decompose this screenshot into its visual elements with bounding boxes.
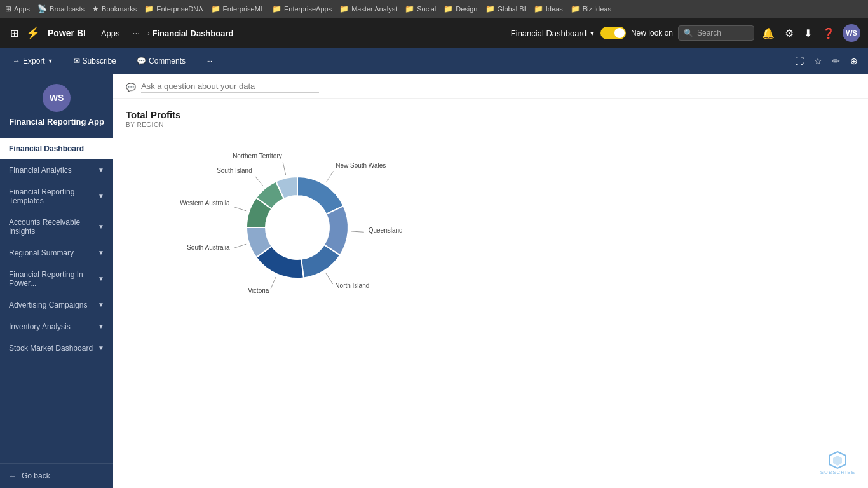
svg-text:South Island: South Island [217,167,252,174]
chart-area: Total Profits BY REGION [113,99,868,488]
go-back-button[interactable]: ← Go back [9,471,104,480]
apps-button[interactable]: Apps [96,26,125,41]
subscribe-icon: ✉ [74,57,80,65]
svg-line-2 [351,231,364,232]
bm-bookmarks[interactable]: ★ Bookmarks [92,4,137,13]
pbi-logo-icon: ⚡ [26,26,40,40]
qa-icon: 💬 [126,83,136,92]
bm-social[interactable]: 📁 Social [405,4,436,13]
svg-line-6 [271,277,276,288]
search-icon: 🔍 [684,29,693,37]
sidebar: WS Financial Reporting App Financial Das… [0,74,113,488]
sidebar-item-stock-market[interactable]: Stock Market Dashboard ▼ [0,337,113,359]
svg-line-8 [234,244,246,248]
bm-apps[interactable]: ⊞ Apps [5,4,30,13]
bm-globalbi[interactable]: 📁 Global BI [485,4,526,13]
toggle-knob [614,28,625,38]
bookmark-icon[interactable]: ☆ [811,53,825,69]
breadcrumb-separator: › [147,30,149,37]
svg-line-14 [283,162,285,175]
pbi-header: ⊞ ⚡ Power BI Apps ··· › Financial Dashbo… [0,18,868,48]
export-button[interactable]: ↔ Export ▼ [8,54,58,68]
more-apps-button[interactable]: ··· [130,28,143,38]
bm-enterprisedna[interactable]: 📁 EnterpriseDNA [144,4,203,13]
main-layout: WS Financial Reporting App Financial Das… [0,74,868,488]
download-icon[interactable]: ⬇ [801,25,815,42]
new-look-toggle[interactable] [600,27,626,39]
help-icon[interactable]: ❓ [820,25,837,42]
chevron-icon: ▼ [98,223,104,230]
svg-line-12 [255,176,263,186]
svg-text:Western Australia: Western Australia [180,200,230,207]
svg-text:Queensland: Queensland [369,227,403,234]
sidebar-item-accounts-receivable[interactable]: Accounts Receivable Insights ▼ [0,212,113,242]
sidebar-app-name: Financial Reporting App [9,117,104,128]
sidebar-item-inventory-analysis[interactable]: Inventory Analysis ▼ [0,316,113,337]
notifications-icon[interactable]: 🔔 [759,25,777,42]
header-icons: 🔔 ⚙ ⬇ ❓ WS [759,24,860,42]
toolbar-right-icons: ⛶ ☆ ✏ ⊕ [792,53,860,69]
svg-text:New South Wales: New South Wales [336,162,386,169]
svg-text:Northern Territory: Northern Territory [233,152,282,159]
chevron-icon: ▼ [98,166,104,173]
export-chevron-icon: ▼ [48,58,53,64]
search-box[interactable]: 🔍 [678,25,754,41]
comments-button[interactable]: 💬 Comments [132,54,191,68]
sidebar-item-regional-summary[interactable]: Regional Summary ▼ [0,242,113,264]
sidebar-item-financial-analytics[interactable]: Financial Analytics ▼ [0,159,113,181]
breadcrumb-current[interactable]: Financial Dashboard [153,29,234,38]
chevron-icon: ▼ [98,249,104,256]
content-area: 💬 Total Profits BY REGION [113,74,868,488]
donut-chart: New South WalesQueenslandNorth IslandVic… [151,139,380,304]
back-arrow-icon: ← [9,471,17,480]
chevron-icon: ▼ [98,301,104,308]
svg-line-10 [234,207,246,211]
qa-input[interactable] [141,81,319,93]
sidebar-item-financial-reporting-templates[interactable]: Financial Reporting Templates ▼ [0,181,113,212]
chevron-icon: ▼ [98,323,104,330]
qa-bar: 💬 [113,74,868,99]
breadcrumb: › Financial Dashboard [147,29,233,38]
chevron-down-icon: ▼ [589,30,595,37]
pbi-logo-text: Power BI [48,28,86,38]
sidebar-header: WS Financial Reporting App [0,74,113,138]
bm-design[interactable]: 📁 Design [444,4,477,13]
sidebar-avatar: WS [43,84,71,112]
subscribe-button[interactable]: ✉ Subscribe [69,54,121,68]
bm-enterpriseml[interactable]: 📁 EnterpriseML [211,4,264,13]
header-center: Financial Dashboard ▼ [511,29,595,38]
chart-title: Total Profits [126,109,855,120]
watermark-text: SUBSCRIBE [820,470,855,475]
edit-icon[interactable]: ✏ [830,53,843,69]
bm-masteranalyst[interactable]: 📁 Master Analyst [339,4,397,13]
bm-broadcasts[interactable]: 📡 Broadcasts [37,4,85,13]
donut-svg: New South WalesQueenslandNorth IslandVic… [151,139,469,316]
chevron-icon: ▼ [98,193,104,200]
watermark-icon [828,451,847,470]
avatar[interactable]: WS [843,24,860,42]
chevron-icon: ▼ [98,275,104,282]
settings-icon[interactable]: ⚙ [782,25,796,42]
svg-line-0 [327,171,334,182]
new-look-label: New look on [631,29,673,37]
watermark: SUBSCRIBE [820,451,855,475]
sidebar-footer: ← Go back [0,463,113,488]
search-input[interactable] [697,29,748,37]
bm-enterpriseapps[interactable]: 📁 EnterpriseApps [272,4,332,13]
bm-ideas[interactable]: 📁 Ideas [534,4,563,13]
svg-text:Victoria: Victoria [248,287,269,294]
grid-icon[interactable]: ⊞ [8,25,21,42]
secondary-toolbar: ↔ Export ▼ ✉ Subscribe 💬 Comments ··· ⛶ … [0,48,868,74]
sidebar-item-financial-dashboard[interactable]: Financial Dashboard [0,138,113,159]
svg-text:South Australia: South Australia [187,244,230,251]
comments-icon: 💬 [137,57,146,65]
fullscreen-icon[interactable]: ⛶ [792,53,806,69]
overflow-icon[interactable]: ⊕ [848,53,860,69]
bm-bizideas[interactable]: 📁 Biz Ideas [571,4,611,13]
sidebar-item-financial-reporting-power[interactable]: Financial Reporting In Power... ▼ [0,264,113,294]
chart-subtitle: BY REGION [126,121,855,128]
export-icon: ↔ [13,57,20,65]
dashboard-label-button[interactable]: Financial Dashboard ▼ [511,29,595,38]
more-button[interactable]: ··· [201,54,217,68]
sidebar-item-advertising-campaigns[interactable]: Advertising Campaigns ▼ [0,294,113,316]
